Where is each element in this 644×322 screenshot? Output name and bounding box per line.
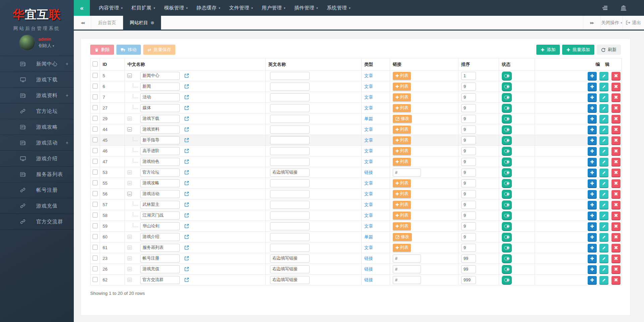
sidebar-item-news-center[interactable]: 新闻中心+ xyxy=(0,56,74,72)
cname-input[interactable] xyxy=(140,136,180,144)
row-checkbox[interactable] xyxy=(93,202,98,207)
list-button[interactable]: ✚列表 xyxy=(393,222,411,230)
sort-input[interactable] xyxy=(461,190,476,198)
link-url-input[interactable] xyxy=(393,255,421,263)
status-toggle[interactable] xyxy=(502,243,512,252)
row-checkbox[interactable] xyxy=(93,277,98,282)
row-checkbox[interactable] xyxy=(93,148,98,153)
add-child-button[interactable]: ✚ xyxy=(588,222,597,230)
ename-input[interactable] xyxy=(270,212,310,220)
list-button[interactable]: ✚列表 xyxy=(393,126,411,134)
delete-row-button[interactable]: ✖ xyxy=(611,169,621,177)
edit-row-button[interactable] xyxy=(599,158,608,166)
ename-input[interactable] xyxy=(270,115,310,123)
status-toggle[interactable] xyxy=(502,168,512,177)
sidebar-item-game-download[interactable]: 游戏下载 xyxy=(0,72,74,88)
sort-input[interactable] xyxy=(461,265,476,273)
type-link[interactable]: 文章 xyxy=(364,213,373,218)
batch-save-button[interactable]: ⇄ 批量保存 xyxy=(143,45,175,55)
avatar[interactable] xyxy=(19,35,35,50)
nav-item-template-mgmt[interactable]: 模板管理▾ xyxy=(160,0,192,16)
add-button[interactable]: ✚添加 xyxy=(536,45,560,55)
add-child-button[interactable]: ✚ xyxy=(588,244,597,252)
cname-input[interactable] xyxy=(140,126,180,134)
cname-input[interactable] xyxy=(140,233,180,241)
link-url-input[interactable] xyxy=(393,169,421,177)
cname-input[interactable] xyxy=(140,158,180,166)
add-child-button[interactable]: ✚ xyxy=(588,201,597,209)
external-link-icon[interactable] xyxy=(184,267,189,272)
ename-input[interactable] xyxy=(270,276,310,284)
ename-input[interactable] xyxy=(270,169,310,177)
external-link-icon[interactable] xyxy=(184,277,189,282)
status-toggle[interactable] xyxy=(502,125,512,134)
row-checkbox[interactable] xyxy=(93,127,98,132)
external-link-icon[interactable] xyxy=(184,148,189,153)
add-child-button[interactable]: ✚ xyxy=(588,136,597,144)
external-link-icon[interactable] xyxy=(184,127,189,132)
tab-close-icon[interactable]: ⊗ xyxy=(151,20,154,25)
ename-input[interactable] xyxy=(270,104,310,112)
delete-row-button[interactable]: ✖ xyxy=(611,115,621,123)
sidebar-item-game-guide[interactable]: 游戏攻略 xyxy=(0,119,74,135)
ename-input[interactable] xyxy=(270,190,310,198)
delete-row-button[interactable]: ✖ xyxy=(611,276,621,284)
cname-input[interactable] xyxy=(140,190,180,198)
list-button[interactable]: ✚列表 xyxy=(393,104,411,112)
add-child-button[interactable]: ✚ xyxy=(588,115,597,123)
status-toggle[interactable] xyxy=(502,179,512,187)
nav-item-static-cache[interactable]: 静态缓存▾ xyxy=(192,0,225,16)
close-operations-dropdown[interactable]: 关闭操作▾ xyxy=(600,16,623,30)
sort-input[interactable] xyxy=(461,244,476,252)
add-child-button[interactable]: ✚ xyxy=(588,104,597,112)
type-link[interactable]: 文章 xyxy=(364,73,373,78)
external-link-icon[interactable] xyxy=(184,181,189,186)
status-toggle[interactable] xyxy=(502,200,512,209)
user-role-dropdown[interactable]: 创始人▾ xyxy=(38,43,54,49)
list-button[interactable]: ✚列表 xyxy=(393,212,411,220)
delete-row-button[interactable]: ✖ xyxy=(611,147,621,155)
delete-row-button[interactable]: ✖ xyxy=(611,255,621,263)
type-link[interactable]: 文章 xyxy=(364,202,373,207)
type-link[interactable]: 文章 xyxy=(364,245,373,250)
type-link[interactable]: 文章 xyxy=(364,148,373,153)
list-button[interactable]: ✚列表 xyxy=(393,93,411,101)
ename-input[interactable] xyxy=(270,83,310,91)
add-child-button[interactable]: ✚ xyxy=(588,93,597,101)
row-checkbox[interactable] xyxy=(93,137,98,142)
modify-button[interactable]: 修改 xyxy=(393,233,412,241)
sort-input[interactable] xyxy=(461,201,476,209)
ename-input[interactable] xyxy=(270,233,310,241)
cname-input[interactable] xyxy=(140,93,180,101)
bank-icon[interactable] xyxy=(621,5,627,11)
row-checkbox[interactable] xyxy=(93,170,98,175)
cname-input[interactable] xyxy=(140,222,180,230)
cname-input[interactable] xyxy=(140,201,180,209)
cname-input[interactable] xyxy=(140,147,180,155)
status-toggle[interactable] xyxy=(502,136,512,144)
type-link[interactable]: 单篇 xyxy=(364,234,373,239)
add-child-button[interactable]: ✚ xyxy=(588,126,597,134)
status-toggle[interactable] xyxy=(502,82,512,91)
tasks-icon[interactable] xyxy=(602,5,608,11)
edit-row-button[interactable] xyxy=(599,169,608,177)
edit-row-button[interactable] xyxy=(599,212,608,220)
add-child-button[interactable]: ✚ xyxy=(588,212,597,220)
add-child-button[interactable]: ✚ xyxy=(588,276,597,284)
type-link[interactable]: 文章 xyxy=(364,224,373,229)
ename-input[interactable] xyxy=(270,126,310,134)
edit-row-button[interactable] xyxy=(599,255,608,263)
ename-input[interactable] xyxy=(270,93,310,101)
external-link-icon[interactable] xyxy=(184,84,189,89)
status-toggle[interactable] xyxy=(502,72,512,80)
status-toggle[interactable] xyxy=(502,93,512,101)
external-link-icon[interactable] xyxy=(184,245,189,250)
sidebar-item-account-register[interactable]: 帐号注册 xyxy=(0,182,74,198)
list-button[interactable]: ✚列表 xyxy=(393,244,411,252)
cname-input[interactable] xyxy=(140,169,180,177)
external-link-icon[interactable] xyxy=(184,224,189,229)
status-toggle[interactable] xyxy=(502,276,512,284)
tree-expander-icon[interactable] xyxy=(127,74,132,78)
type-link[interactable]: 链接 xyxy=(364,277,373,282)
ename-input[interactable] xyxy=(270,222,310,230)
